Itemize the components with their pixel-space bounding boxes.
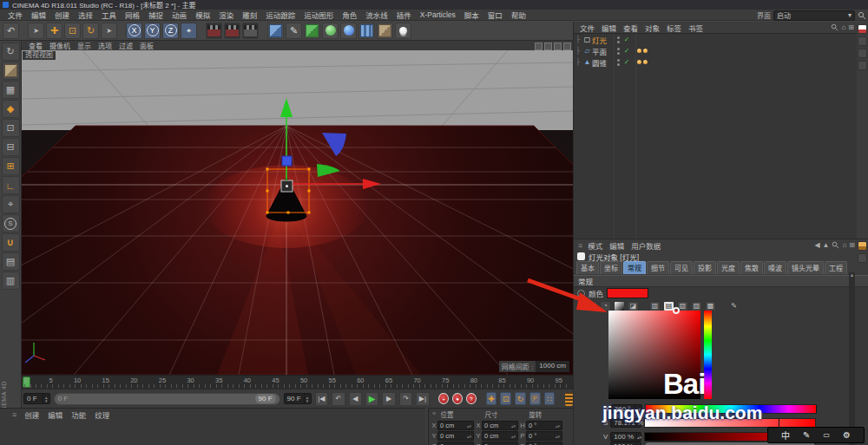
lock-z-button[interactable]: Z bbox=[162, 23, 179, 39]
spectrum-mode-1-icon[interactable]: ▥ bbox=[649, 301, 661, 311]
goto-end-button[interactable]: ▶| bbox=[416, 392, 429, 406]
viewport-filter-button[interactable]: ⌖ bbox=[2, 195, 20, 213]
viewport-menu-item[interactable]: 选项 bbox=[95, 41, 115, 50]
panel-icon[interactable]: ⊞ bbox=[848, 23, 854, 31]
spectrum-mode-5-icon[interactable]: ▩ bbox=[705, 301, 716, 311]
ime-toolbar[interactable]: 中 ✎ ▭ ⚙ bbox=[767, 427, 865, 443]
dock-tab-objects[interactable] bbox=[858, 24, 867, 34]
texture-mode-button[interactable]: ▦ bbox=[2, 81, 20, 99]
record-keyframe-button[interactable]: + bbox=[438, 393, 449, 404]
magnet-button[interactable]: ∪ bbox=[2, 233, 20, 252]
search-icon[interactable] bbox=[831, 23, 838, 31]
position-field[interactable]: 0 cm▴▾ bbox=[437, 431, 474, 441]
menu-item[interactable]: 捕捉 bbox=[144, 10, 168, 20]
attribute-tab[interactable]: 光度 bbox=[717, 261, 740, 274]
position-field[interactable]: 0 cm▴▾ bbox=[437, 421, 474, 430]
move-tool[interactable]: ✚ bbox=[46, 23, 62, 39]
autokey-button[interactable]: ● bbox=[452, 393, 463, 404]
object-menu-item[interactable]: 对象 bbox=[641, 23, 663, 33]
enabled-check-icon[interactable]: ✓ bbox=[621, 47, 632, 55]
visibility-dots[interactable] bbox=[615, 48, 621, 55]
render-picture-viewer-button[interactable] bbox=[224, 23, 240, 39]
points-mode-button[interactable]: ⊡ bbox=[2, 119, 20, 137]
key-scale-toggle[interactable]: ⊡ bbox=[500, 392, 511, 405]
snap-button[interactable]: S bbox=[2, 214, 20, 232]
menu-item[interactable]: 网格 bbox=[121, 10, 144, 20]
workplane-lock-button[interactable]: ▤ bbox=[2, 252, 20, 271]
material-menu-item[interactable]: 创建 bbox=[20, 409, 43, 420]
goto-start-button[interactable]: |◀ bbox=[315, 392, 328, 406]
object-name[interactable]: 灯光 bbox=[592, 35, 615, 45]
menu-item[interactable]: 运动图形 bbox=[299, 10, 338, 20]
object-menu-item[interactable]: 编辑 bbox=[598, 23, 620, 33]
menu-item[interactable]: 动画 bbox=[168, 10, 191, 20]
menu-item[interactable]: 角色 bbox=[338, 10, 361, 20]
timeline-ruler[interactable]: 05101520253035404550556065707580859095 bbox=[22, 375, 573, 389]
lock-x-button[interactable]: X bbox=[126, 23, 142, 39]
object-name[interactable]: 平面 bbox=[592, 46, 615, 56]
viewport-rotate-icon[interactable] bbox=[554, 43, 562, 50]
mixer-icon[interactable]: ◪ bbox=[628, 301, 639, 311]
sv-marker[interactable] bbox=[673, 307, 680, 314]
attribute-menu-item[interactable]: 用户数据 bbox=[628, 240, 664, 251]
visibility-dots[interactable] bbox=[615, 59, 621, 66]
previous-key-button[interactable]: ↶ bbox=[332, 392, 345, 406]
attribute-tab[interactable]: 焦散 bbox=[740, 261, 763, 274]
workplane-align-button[interactable]: ▥ bbox=[2, 272, 20, 290]
object-row[interactable]: ├ ▢ 灯光 ✓ bbox=[574, 34, 857, 45]
menu-item[interactable]: 运动跟踪 bbox=[261, 10, 299, 20]
menu-item[interactable]: 模拟 bbox=[191, 10, 214, 20]
deformer-button[interactable] bbox=[322, 23, 339, 39]
object-row[interactable]: ├ ▲ 圆锥 ✓ bbox=[574, 56, 857, 68]
range-end-box[interactable]: 90 F bbox=[255, 394, 276, 403]
end-frame-field[interactable]: 90 F ▴▾ bbox=[284, 393, 312, 404]
attribute-tab[interactable]: 坐标 bbox=[600, 261, 622, 274]
menu-item[interactable]: 雕刻 bbox=[238, 10, 261, 20]
attribute-tab[interactable]: 细节 bbox=[647, 261, 669, 274]
key-position-toggle[interactable]: ✚ bbox=[486, 392, 497, 405]
viewport-menu-item[interactable]: 摄像机 bbox=[46, 41, 74, 50]
attribute-tab[interactable]: 工程 bbox=[825, 261, 847, 274]
home-icon[interactable]: ⌂ bbox=[841, 23, 845, 31]
attribute-tab[interactable]: 常规 bbox=[623, 261, 646, 274]
visibility-dots[interactable] bbox=[615, 36, 621, 43]
viewport-menu-item[interactable]: 查看 bbox=[25, 41, 46, 50]
intensity-field[interactable]: 100 %▴▾ bbox=[610, 442, 641, 445]
menu-item[interactable]: 创建 bbox=[50, 10, 74, 20]
rotation-field[interactable]: 0 °▴▾ bbox=[526, 421, 562, 430]
key-pla-toggle[interactable]: ∷ bbox=[544, 392, 556, 405]
previous-frame-button[interactable]: ◀ bbox=[349, 392, 362, 406]
last-tool[interactable]: ➤ bbox=[101, 23, 117, 39]
next-key-button[interactable]: ↷ bbox=[399, 392, 412, 406]
render-view-button[interactable] bbox=[206, 23, 222, 39]
menu-item[interactable]: 帮助 bbox=[507, 10, 530, 20]
ime-pen-icon[interactable]: ✎ bbox=[803, 430, 810, 440]
spectrum-mode-4-icon[interactable]: ▨ bbox=[691, 301, 702, 311]
dock-tab-layers[interactable] bbox=[858, 253, 867, 263]
size-field[interactable]: 0 cm▴▾ bbox=[482, 421, 518, 430]
dock-tab-attributes[interactable] bbox=[858, 241, 867, 251]
workplane-mode-button[interactable]: ◆ bbox=[2, 100, 20, 118]
position-field[interactable]: 0 cm▴▾ bbox=[437, 442, 474, 445]
viewport-zoom-icon[interactable] bbox=[544, 43, 552, 50]
current-frame-field[interactable]: 0 F ▴▾ bbox=[23, 393, 50, 404]
search-icon[interactable] bbox=[858, 11, 866, 20]
enabled-check-icon[interactable]: ✓ bbox=[621, 58, 632, 66]
rotate-tool[interactable]: ↻ bbox=[82, 23, 99, 39]
viewport-maximize-icon[interactable] bbox=[563, 43, 571, 50]
undo-button[interactable]: ↶ bbox=[3, 23, 19, 39]
attribute-menu-item[interactable]: 编辑 bbox=[606, 240, 628, 251]
light-button[interactable] bbox=[395, 23, 411, 39]
panel-icon[interactable]: ⊞ bbox=[849, 241, 855, 249]
object-name[interactable]: 圆锥 bbox=[592, 57, 615, 68]
object-menu-item[interactable]: 文件 bbox=[576, 23, 598, 33]
object-menu-item[interactable]: 书签 bbox=[685, 23, 707, 33]
keyframe-selection-button[interactable]: ? bbox=[466, 393, 477, 404]
axis-mode-button[interactable]: ∟ bbox=[2, 176, 20, 194]
ime-language-indicator[interactable]: 中 bbox=[781, 429, 790, 442]
polygons-mode-button[interactable]: ⊞ bbox=[2, 157, 20, 175]
attribute-menu-item[interactable]: 模式 bbox=[584, 240, 606, 251]
dock-tab-content[interactable] bbox=[858, 49, 867, 58]
attribute-tab[interactable]: 噪波 bbox=[764, 261, 786, 274]
object-row[interactable]: ├ ▱ 平面 ✓ bbox=[574, 45, 857, 56]
